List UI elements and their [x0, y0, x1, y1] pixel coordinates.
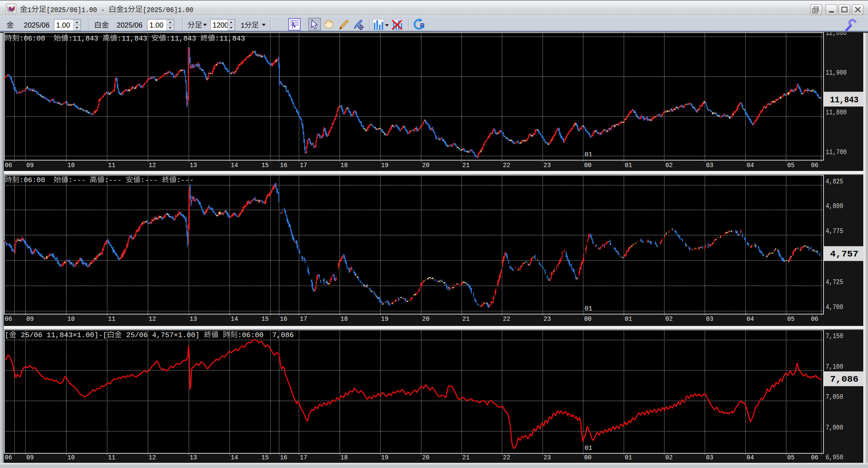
svg-text:2025/06: 2025/06 — [117, 21, 143, 29]
svg-text:06: 06 — [5, 454, 12, 462]
svg-text::06:00 7,086: :06:00 7,086 — [238, 331, 294, 339]
svg-text:12: 12 — [149, 454, 156, 462]
svg-text:21: 21 — [462, 315, 470, 323]
svg-text:1: 1 — [241, 22, 245, 30]
svg-text:25/06 4,757×1.00]: 25/06 4,757×1.00] — [122, 331, 204, 339]
svg-text:00: 00 — [584, 161, 591, 169]
svg-text:06: 06 — [811, 454, 818, 462]
svg-text:01: 01 — [625, 315, 632, 323]
svg-text:01: 01 — [625, 454, 632, 462]
svg-text:1200: 1200 — [213, 21, 229, 29]
svg-text:14: 14 — [231, 161, 238, 169]
svg-text:11: 11 — [108, 315, 115, 323]
svg-text::---: :--- — [177, 176, 194, 184]
svg-text:7,000: 7,000 — [826, 424, 843, 432]
svg-text:05: 05 — [787, 161, 795, 169]
svg-text::11,843: :11,843 — [68, 35, 102, 43]
svg-text::11,843: :11,843 — [117, 35, 151, 43]
svg-text:06: 06 — [811, 315, 818, 323]
svg-text:11,900: 11,900 — [826, 69, 847, 77]
svg-text:16: 16 — [280, 315, 287, 323]
svg-text:03: 03 — [706, 454, 713, 462]
svg-text:04: 04 — [747, 161, 754, 169]
svg-text:11,843: 11,843 — [830, 95, 858, 105]
svg-text:12: 12 — [149, 315, 156, 323]
svg-text:01: 01 — [625, 161, 632, 169]
svg-text:22: 22 — [503, 454, 510, 462]
svg-text:04: 04 — [747, 315, 754, 323]
svg-text:17: 17 — [300, 161, 307, 169]
svg-text:11,800: 11,800 — [826, 109, 847, 117]
svg-text:20: 20 — [422, 454, 429, 462]
svg-text:11,700: 11,700 — [826, 149, 847, 156]
svg-text:04: 04 — [747, 454, 754, 462]
svg-text:[: [ — [5, 331, 9, 339]
svg-text:13: 13 — [190, 454, 197, 462]
svg-text:1.00: 1.00 — [56, 21, 70, 29]
svg-text:4,825: 4,825 — [826, 178, 843, 186]
svg-text:02: 02 — [665, 454, 673, 462]
svg-text:01: 01 — [585, 445, 592, 452]
svg-text:06: 06 — [5, 315, 12, 323]
svg-text:02: 02 — [665, 161, 673, 169]
svg-text:1: 1 — [124, 6, 128, 14]
svg-text:[2025/06]1.00: [2025/06]1.00 — [143, 6, 194, 14]
svg-text:23: 23 — [544, 454, 551, 462]
svg-text:03: 03 — [706, 161, 713, 169]
svg-text:10: 10 — [67, 454, 75, 462]
svg-text:13: 13 — [190, 161, 197, 169]
svg-text:01: 01 — [585, 151, 592, 158]
svg-text:10: 10 — [67, 161, 75, 169]
svg-text:15: 15 — [261, 315, 269, 323]
svg-text:2025/06: 2025/06 — [24, 21, 50, 29]
svg-text:15: 15 — [261, 161, 269, 169]
svg-text:18: 18 — [340, 315, 348, 323]
svg-text::---: :--- — [68, 176, 90, 184]
svg-text:20: 20 — [422, 161, 429, 169]
svg-text:4,800: 4,800 — [826, 202, 843, 210]
svg-text:4,700: 4,700 — [826, 304, 843, 311]
svg-text:6,950: 6,950 — [826, 454, 843, 462]
svg-text:22: 22 — [503, 161, 510, 169]
svg-text:16: 16 — [280, 161, 287, 169]
svg-text:7,100: 7,100 — [826, 363, 843, 371]
svg-text:00: 00 — [584, 315, 591, 323]
svg-text:25/06 11,843×1.00]-[: 25/06 11,843×1.00]-[ — [16, 331, 107, 339]
svg-text:14: 14 — [231, 315, 238, 323]
svg-text:06: 06 — [5, 161, 12, 169]
svg-text:09: 09 — [26, 454, 34, 462]
svg-text:09: 09 — [26, 315, 34, 323]
svg-text:09: 09 — [26, 161, 34, 169]
svg-text:14: 14 — [231, 454, 238, 462]
svg-text:7,086: 7,086 — [830, 374, 858, 384]
svg-text:00: 00 — [584, 454, 591, 462]
svg-text:R: R — [420, 22, 425, 29]
svg-text::11,843: :11,843 — [215, 35, 245, 43]
svg-text::06:00: :06:00 — [19, 35, 54, 43]
svg-text:10: 10 — [67, 315, 75, 323]
svg-text:02: 02 — [665, 315, 673, 323]
svg-text:23: 23 — [544, 161, 551, 169]
svg-text:21: 21 — [462, 161, 470, 169]
svg-text:06: 06 — [811, 161, 818, 169]
svg-text::---: :--- — [140, 176, 162, 184]
svg-text:05: 05 — [787, 454, 795, 462]
svg-text:15: 15 — [261, 454, 269, 462]
svg-text:12: 12 — [149, 161, 156, 169]
svg-text:03: 03 — [706, 315, 713, 323]
svg-text::11,843: :11,843 — [166, 35, 200, 43]
svg-text:7,150: 7,150 — [826, 332, 843, 340]
svg-text:4,775: 4,775 — [826, 228, 843, 235]
svg-text:[2025/06]1.00 -: [2025/06]1.00 - — [47, 6, 109, 14]
svg-text:11: 11 — [108, 161, 115, 169]
svg-text:18: 18 — [340, 161, 348, 169]
svg-text:19: 19 — [381, 315, 388, 323]
svg-text:1.00: 1.00 — [149, 21, 163, 29]
svg-text:22: 22 — [503, 315, 510, 323]
svg-text::---: :--- — [105, 176, 126, 184]
svg-text:4,725: 4,725 — [826, 278, 843, 286]
svg-text:11: 11 — [108, 454, 115, 462]
svg-text:05: 05 — [787, 315, 795, 323]
svg-text:01: 01 — [585, 305, 592, 313]
svg-text:1: 1 — [28, 6, 32, 14]
